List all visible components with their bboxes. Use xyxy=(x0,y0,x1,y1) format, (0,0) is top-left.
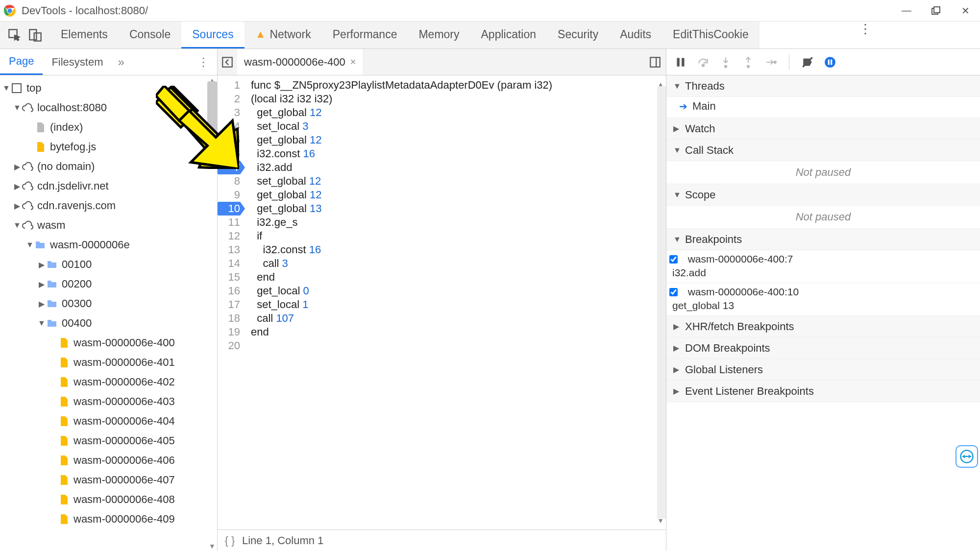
tree-file-wasm[interactable]: wasm-0000006e-403 xyxy=(0,392,217,411)
breakpoint-item[interactable]: wasm-0000006e-400:10get_global 13 xyxy=(666,283,980,316)
section-breakpoints[interactable]: ▼Breakpoints xyxy=(666,229,980,250)
code-line[interactable]: get_global 12 xyxy=(251,188,666,202)
line-number[interactable]: 17 xyxy=(218,298,240,311)
line-number[interactable]: 19 xyxy=(218,325,240,339)
scroll-down-icon[interactable]: ▼ xyxy=(208,542,216,550)
line-number[interactable]: 15 xyxy=(218,270,240,284)
tab-sources[interactable]: Sources xyxy=(181,22,244,48)
code-line[interactable]: end xyxy=(251,270,666,284)
tree-folder-00300[interactable]: ▶00300 xyxy=(0,294,217,313)
step-out-icon[interactable] xyxy=(742,56,755,69)
inspect-element-icon[interactable] xyxy=(8,28,22,42)
line-number[interactable]: 3 xyxy=(218,106,240,120)
line-number[interactable]: 2 xyxy=(218,92,240,106)
tab-security[interactable]: Security xyxy=(547,22,609,48)
thread-main[interactable]: ➔Main xyxy=(666,97,980,118)
code-line[interactable]: set_global 12 xyxy=(251,174,666,188)
tree-file-wasm[interactable]: wasm-0000006e-401 xyxy=(0,353,217,372)
code-line[interactable]: get_global 13 xyxy=(251,202,666,216)
pretty-print-icon[interactable]: { } xyxy=(218,534,242,547)
window-close-button[interactable]: ✕ xyxy=(951,0,980,22)
line-number[interactable]: 18 xyxy=(218,311,240,325)
toggle-sidebar-icon[interactable] xyxy=(644,56,666,69)
tree-origin-localhost[interactable]: ▼localhost:8080 xyxy=(0,98,217,118)
tree-file-index[interactable]: (index) xyxy=(0,118,217,137)
step-into-icon[interactable] xyxy=(719,56,732,69)
tree-file-wasm[interactable]: wasm-0000006e-402 xyxy=(0,372,217,392)
code-line[interactable] xyxy=(251,339,666,353)
tab-console[interactable]: Console xyxy=(119,22,181,48)
section-callstack[interactable]: ▼Call Stack xyxy=(666,140,980,161)
navigator-tab-filesystem[interactable]: Filesystem xyxy=(43,49,112,75)
code-content[interactable]: func $__ZN5proxy23PlaylistMetadataAdapte… xyxy=(244,75,666,529)
code-line[interactable]: get_local 0 xyxy=(251,284,666,298)
line-number[interactable]: 10 xyxy=(218,202,240,216)
code-line[interactable]: set_local 3 xyxy=(251,120,666,133)
line-number[interactable]: 5 xyxy=(218,133,240,147)
section-xhr-breakpoints[interactable]: ▶XHR/fetch Breakpoints xyxy=(666,316,980,337)
close-tab-icon[interactable]: × xyxy=(350,56,356,68)
code-line[interactable]: func $__ZN5proxy23PlaylistMetadataAdapte… xyxy=(251,78,666,92)
tab-elements[interactable]: Elements xyxy=(50,22,119,48)
breakpoint-item[interactable]: wasm-0000006e-400:7i32.add xyxy=(666,250,980,283)
section-global-listeners[interactable]: ▶Global Listeners xyxy=(666,359,980,381)
code-line[interactable]: call 107 xyxy=(251,311,666,325)
line-number[interactable]: 14 xyxy=(218,257,240,270)
file-tree[interactable]: ▼top ▼localhost:8080 (index) bytefog.js … xyxy=(0,75,217,551)
tree-origin-wasm[interactable]: ▼wasm xyxy=(0,216,217,235)
tree-top[interactable]: ▼top xyxy=(0,78,217,98)
line-number[interactable]: 9 xyxy=(218,188,240,202)
code-line[interactable]: i32.add xyxy=(251,161,666,174)
line-number[interactable]: 7 xyxy=(218,161,240,174)
tree-folder-wasm-module[interactable]: ▼wasm-0000006e xyxy=(0,235,217,255)
tab-audits[interactable]: Audits xyxy=(609,22,662,48)
section-threads[interactable]: ▼Threads xyxy=(666,75,980,97)
code-line[interactable]: i32.const 16 xyxy=(251,243,666,257)
section-event-listener-breakpoints[interactable]: ▶Event Listener Breakpoints xyxy=(666,381,980,402)
section-dom-breakpoints[interactable]: ▶DOM Breakpoints xyxy=(666,337,980,359)
tree-folder-00400[interactable]: ▼00400 xyxy=(0,313,217,333)
navigator-tab-page[interactable]: Page xyxy=(0,49,43,75)
code-line[interactable]: if xyxy=(251,229,666,243)
tab-network[interactable]: ▲Network xyxy=(245,22,322,48)
step-over-icon[interactable] xyxy=(697,56,710,69)
code-line[interactable]: get_global 12 xyxy=(251,106,666,120)
pause-icon[interactable] xyxy=(674,56,687,69)
tab-application[interactable]: Application xyxy=(470,22,547,48)
code-line[interactable]: i32.ge_s xyxy=(251,216,666,229)
tree-folder-00200[interactable]: ▶00200 xyxy=(0,274,217,294)
tree-file-wasm[interactable]: wasm-0000006e-407 xyxy=(0,470,217,490)
tree-origin-jsdelivr[interactable]: ▶cdn.jsdelivr.net xyxy=(0,176,217,196)
tree-file-wasm[interactable]: wasm-0000006e-405 xyxy=(0,431,217,451)
line-gutter[interactable]: 1234567891011121314151617181920 xyxy=(218,75,244,529)
section-watch[interactable]: ▶Watch xyxy=(666,118,980,140)
pause-on-exceptions-icon[interactable] xyxy=(824,56,836,69)
line-number[interactable]: 13 xyxy=(218,243,240,257)
code-line[interactable]: i32.const 16 xyxy=(251,147,666,161)
window-maximize-button[interactable] xyxy=(921,0,951,22)
navigator-menu-icon[interactable]: ⋮ xyxy=(190,55,217,69)
editor-tab-open-file[interactable]: wasm-0000006e-400× xyxy=(237,49,363,75)
line-number[interactable]: 12 xyxy=(218,229,240,243)
device-toggle-icon[interactable] xyxy=(28,28,42,42)
code-line[interactable]: set_local 1 xyxy=(251,298,666,311)
breakpoint-checkbox[interactable] xyxy=(669,288,678,296)
tree-file-wasm[interactable]: wasm-0000006e-404 xyxy=(0,411,217,431)
line-number[interactable]: 8 xyxy=(218,174,240,188)
tab-performance[interactable]: Performance xyxy=(322,22,408,48)
tree-folder-00100[interactable]: ▶00100 xyxy=(0,255,217,274)
tree-origin-ravenjs[interactable]: ▶cdn.ravenjs.com xyxy=(0,196,217,216)
code-scroll-down-icon[interactable]: ▼ xyxy=(657,514,664,527)
code-line[interactable]: get_global 12 xyxy=(251,133,666,147)
code-line[interactable]: (local i32 i32 i32) xyxy=(251,92,666,106)
breakpoint-checkbox[interactable] xyxy=(669,255,678,264)
tree-file-wasm[interactable]: wasm-0000006e-400 xyxy=(0,333,217,353)
code-line[interactable]: end xyxy=(251,325,666,339)
tab-editthiscookie[interactable]: EditThisCookie xyxy=(662,22,760,48)
code-editor[interactable]: 1234567891011121314151617181920 func $__… xyxy=(218,75,666,529)
line-number[interactable]: 6 xyxy=(218,147,240,161)
section-scope[interactable]: ▼Scope xyxy=(666,184,980,206)
deactivate-breakpoints-icon[interactable] xyxy=(801,56,814,69)
step-icon[interactable] xyxy=(764,56,777,69)
history-back-icon[interactable] xyxy=(218,56,237,69)
